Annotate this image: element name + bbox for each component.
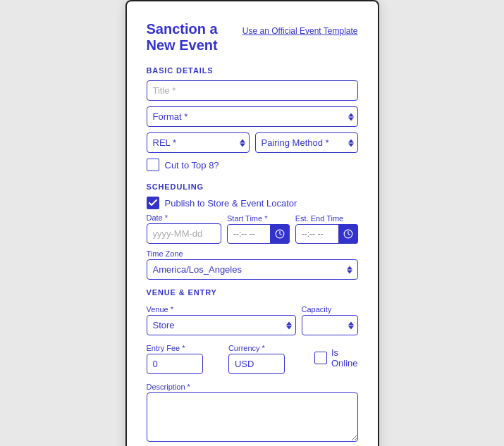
description-label: Description * xyxy=(147,383,190,391)
modal-title: Sanction a New Event xyxy=(147,21,242,54)
venue-label: Venue * xyxy=(147,305,174,314)
capacity-label: Capacity xyxy=(302,305,332,314)
is-online-group: Is Online xyxy=(314,347,358,368)
date-label: Date * xyxy=(147,213,222,222)
basic-details-label: BASIC DETAILS xyxy=(147,66,358,75)
start-time-group: Start Time * xyxy=(227,214,290,244)
publish-label: Publish to Store & Event Locator xyxy=(165,198,297,209)
format-group: Format * xyxy=(147,106,358,127)
entry-fee-label: Entry Fee * xyxy=(147,344,185,352)
format-select[interactable]: Format * xyxy=(147,106,358,127)
end-time-wrapper xyxy=(295,224,358,244)
entry-row: Entry Fee * Currency * Is Online xyxy=(147,341,358,374)
pairing-select-wrapper: Pairing Method * xyxy=(255,132,358,153)
cut-to-top8-checkbox[interactable] xyxy=(147,159,159,171)
cut-to-top8-row: Cut to Top 8? xyxy=(147,159,358,171)
scheduling-section: SCHEDULING Publish to Store & Event Loca… xyxy=(147,182,358,280)
date-group: Date * xyxy=(147,213,222,244)
end-time-group: Est. End Time xyxy=(295,214,358,244)
capacity-input-wrapper xyxy=(302,315,358,335)
end-time-label: Est. End Time xyxy=(295,214,358,223)
rel-select[interactable]: REL * xyxy=(147,132,250,153)
currency-group: Currency * xyxy=(228,341,303,374)
cut-to-top8-label: Cut to Top 8? xyxy=(165,160,219,171)
start-time-wrapper xyxy=(227,224,290,244)
scheduling-label: SCHEDULING xyxy=(147,182,358,191)
title-group xyxy=(147,80,358,101)
description-textarea[interactable] xyxy=(147,392,358,442)
pairing-select[interactable]: Pairing Method * xyxy=(255,132,358,153)
title-input[interactable] xyxy=(147,80,358,101)
timezone-select-wrapper: America/Los_Angeles xyxy=(147,259,358,280)
is-online-label: Is Online xyxy=(331,347,358,368)
description-group: Description * xyxy=(147,380,358,445)
timezone-select[interactable]: America/Los_Angeles xyxy=(147,259,358,280)
capacity-input[interactable] xyxy=(302,315,358,335)
publish-row: Publish to Store & Event Locator xyxy=(147,197,358,209)
modal-container: Sanction a New Event Use an Official Eve… xyxy=(125,0,379,446)
end-time-clock-button[interactable] xyxy=(338,224,358,244)
modal-header: Sanction a New Event Use an Official Eve… xyxy=(147,21,358,54)
venue-capacity-row: Venue * Store Capacity xyxy=(147,302,358,335)
venue-section: VENUE & ENTRY Venue * Store Capacity xyxy=(147,288,358,445)
timezone-label: Time Zone xyxy=(147,249,358,258)
date-input[interactable] xyxy=(147,223,222,244)
start-time-label: Start Time * xyxy=(227,214,290,223)
venue-dropdown-wrapper: Store xyxy=(147,315,296,335)
venue-entry-label: VENUE & ENTRY xyxy=(147,288,358,297)
capacity-group: Capacity xyxy=(302,302,358,335)
start-time-clock-button[interactable] xyxy=(270,224,290,244)
publish-checkbox[interactable] xyxy=(147,197,159,209)
template-link[interactable]: Use an Official Event Template xyxy=(242,26,358,36)
rel-pairing-row: REL * Pairing Method * xyxy=(147,132,358,153)
entry-fee-input[interactable] xyxy=(147,354,203,374)
currency-label: Currency * xyxy=(228,344,265,352)
datetime-row: Date * Start Time * Est. End Time xyxy=(147,213,358,244)
venue-select-wrapper: Venue * Store xyxy=(147,302,296,335)
format-select-wrapper: Format * xyxy=(147,106,358,127)
currency-input[interactable] xyxy=(228,354,285,374)
entry-fee-group: Entry Fee * xyxy=(147,341,223,374)
rel-select-wrapper: REL * xyxy=(147,132,250,153)
venue-select[interactable]: Store xyxy=(147,315,296,335)
is-online-checkbox[interactable] xyxy=(314,352,327,364)
timezone-group: Time Zone America/Los_Angeles xyxy=(147,249,358,280)
